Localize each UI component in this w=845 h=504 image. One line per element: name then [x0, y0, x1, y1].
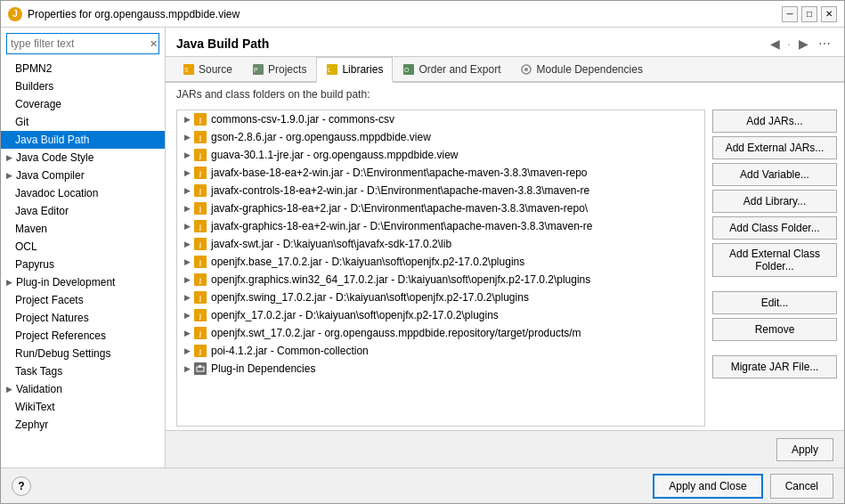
title-bar: J Properties for org.opengauss.mppdbide.… [1, 1, 844, 28]
tree-item[interactable]: ▶ j javafx-graphics-18-ea+2-win.jar - D:… [177, 217, 704, 235]
sidebar-item-zephyr[interactable]: Zephyr [1, 416, 165, 434]
tree-item-text: javafx-graphics-18-ea+2.jar - D:\Environ… [211, 202, 588, 215]
tree-item-text: commons-csv-1.9.0.jar - commons-csv [211, 113, 394, 126]
edit-button[interactable]: Edit... [712, 291, 837, 314]
tab-libraries[interactable]: L Libraries [316, 57, 393, 83]
sidebar-item-papyrus[interactable]: Papyrus [1, 256, 165, 273]
apply-bar: Apply [166, 430, 844, 467]
window-title: Properties for org.opengauss.mppdbide.vi… [28, 8, 240, 20]
tab-order-export[interactable]: O Order and Export [393, 57, 510, 81]
tab-bar: S Source P Projects L Libraries [166, 57, 844, 83]
search-input[interactable] [7, 36, 148, 52]
apply-close-button[interactable]: Apply and Close [653, 474, 762, 499]
back-button[interactable]: ◀ [766, 35, 784, 53]
collapse-arrow-icon: ▶ [181, 150, 193, 159]
add-external-jars-button[interactable]: Add External JARs... [712, 136, 837, 159]
tree-item[interactable]: ▶ j javafx-controls-18-ea+2-win.jar - D:… [177, 182, 704, 199]
sidebar-item-builders[interactable]: Builders [1, 77, 165, 95]
sidebar-item-project-references[interactable]: Project References [1, 327, 165, 345]
collapse-arrow-icon: ▶ [181, 204, 193, 213]
tree-item[interactable]: ▶ j commons-csv-1.9.0.jar - commons-csv [177, 110, 704, 128]
tree-item[interactable]: ▶ j guava-30.1.1-jre.jar - org.opengauss… [177, 146, 704, 164]
tree-item[interactable]: ▶ j openjfx.swing_17.0.2.jar - D:\kaiyua… [177, 289, 704, 306]
sidebar-item-task-tags[interactable]: Task Tags [1, 362, 165, 380]
tab-projects[interactable]: P Projects [242, 57, 316, 81]
tree-item[interactable]: ▶ j javafx-swt.jar - D:\kaiyuan\soft\jav… [177, 235, 704, 253]
tree-item[interactable]: ▶ j openjfx_17.0.2.jar - D:\kaiyuan\soft… [177, 306, 704, 324]
minimize-button[interactable]: ─ [782, 6, 798, 22]
collapse-arrow-icon: ▶ [181, 364, 193, 373]
sidebar-item-project-facets[interactable]: Project Facets [1, 291, 165, 309]
tree-item[interactable]: ▶ j javafx-graphics-18-ea+2.jar - D:\Env… [177, 199, 704, 217]
jar-icon: j [193, 130, 207, 144]
sidebar-item-javadoc-location[interactable]: Javadoc Location [1, 184, 165, 202]
nav-separator: · [787, 37, 791, 51]
sidebar-item-project-natures[interactable]: Project Natures [1, 309, 165, 327]
tree-panel[interactable]: ▶ j commons-csv-1.9.0.jar - commons-csv … [176, 110, 705, 427]
sidebar-item-validation[interactable]: ▶Validation [1, 380, 165, 398]
remove-button[interactable]: Remove [712, 318, 837, 341]
jar-icon: j [193, 290, 207, 305]
add-jars-button[interactable]: Add JARs... [712, 110, 837, 133]
add-external-class-folder-button[interactable]: Add External Class Folder... [712, 243, 837, 277]
forward-button[interactable]: ▶ [794, 35, 812, 53]
sidebar-item-maven[interactable]: Maven [1, 220, 165, 238]
content-area: ✕ BPMN2 Builders Coverage Git Java Build… [1, 28, 844, 467]
tree-item-text: gson-2.8.6.jar - org.opengauss.mppdbide.… [211, 131, 431, 143]
panel-header: Java Build Path ◀ · ▶ ⋯ [166, 28, 844, 57]
tab-module-deps[interactable]: Module Dependencies [510, 57, 652, 81]
expand-arrow-icon: ▶ [6, 171, 12, 180]
title-bar-left: J Properties for org.opengauss.mppdbide.… [8, 7, 240, 21]
sidebar-item-wikitext[interactable]: WikiText [1, 398, 165, 416]
tree-item[interactable]: ▶ j gson-2.8.6.jar - org.opengauss.mppdb… [177, 128, 704, 146]
tree-item[interactable]: ▶ j javafx-base-18-ea+2-win.jar - D:\Env… [177, 164, 704, 182]
cancel-button[interactable]: Cancel [770, 474, 833, 499]
sidebar-item-plugin-dev[interactable]: ▶Plug-in Development [1, 273, 165, 291]
tab-source[interactable]: S Source [173, 57, 242, 81]
sidebar-item-bpmn2[interactable]: BPMN2 [1, 60, 165, 77]
add-variable-button[interactable]: Add Variable... [712, 163, 837, 186]
tab-source-label: Source [199, 63, 232, 76]
maximize-button[interactable]: □ [801, 6, 817, 22]
tree-item-text: openjfx.base_17.0.2.jar - D:\kaiyuan\sof… [211, 256, 524, 268]
tree-item-text: Plug-in Dependencies [211, 362, 315, 375]
jar-icon: j [193, 255, 207, 269]
collapse-arrow-icon: ▶ [181, 275, 193, 284]
title-controls: ─ □ ✕ [782, 6, 837, 22]
jar-icon: j [193, 112, 207, 126]
collapse-arrow-icon: ▶ [181, 293, 193, 302]
collapse-arrow-icon: ▶ [181, 240, 193, 248]
tree-item-plugin-deps[interactable]: ▶ Plug-in Dependencies [177, 360, 704, 378]
sidebar-item-java-code-style[interactable]: ▶Java Code Style [1, 149, 165, 167]
projects-tab-icon: P [252, 63, 264, 76]
help-button[interactable]: ? [12, 476, 31, 496]
search-box[interactable]: ✕ [6, 33, 159, 54]
more-options-button[interactable]: ⋯ [816, 35, 833, 53]
collapse-arrow-icon: ▶ [181, 257, 193, 266]
add-library-button[interactable]: Add Library... [712, 190, 837, 213]
tree-item-text: openjfx_17.0.2.jar - D:\kaiyuan\soft\ope… [211, 309, 499, 321]
close-button[interactable]: ✕ [821, 6, 837, 22]
tab-libraries-label: Libraries [342, 63, 383, 76]
tree-item[interactable]: ▶ j openjfx.base_17.0.2.jar - D:\kaiyuan… [177, 253, 704, 271]
migrate-jar-button[interactable]: Migrate JAR File... [712, 355, 837, 378]
left-nav-panel: ✕ BPMN2 Builders Coverage Git Java Build… [1, 28, 166, 467]
sidebar-item-run-debug[interactable]: Run/Debug Settings [1, 345, 165, 362]
jar-icon: j [193, 237, 207, 251]
sidebar-item-coverage[interactable]: Coverage [1, 95, 165, 113]
tree-item-text: openjfx.swt_17.0.2.jar - org.opengauss.m… [211, 327, 581, 339]
tree-item[interactable]: ▶ j poi-4.1.2.jar - Common-collection [177, 342, 704, 360]
add-class-folder-button[interactable]: Add Class Folder... [712, 216, 837, 240]
sidebar-item-java-compiler[interactable]: ▶Java Compiler [1, 167, 165, 184]
tree-item[interactable]: ▶ j openjfx.swt_17.0.2.jar - org.opengau… [177, 324, 704, 342]
properties-dialog: J Properties for org.opengauss.mppdbide.… [0, 0, 845, 504]
tree-item[interactable]: ▶ j openjfx.graphics.win32_64_17.0.2.jar… [177, 271, 704, 289]
sidebar-item-ocl[interactable]: OCL [1, 238, 165, 256]
collapse-arrow-icon: ▶ [181, 168, 193, 177]
sidebar-item-java-editor[interactable]: Java Editor [1, 202, 165, 220]
footer-right: Apply and Close Cancel [653, 474, 833, 499]
apply-button[interactable]: Apply [776, 438, 833, 461]
sidebar-item-git[interactable]: Git [1, 113, 165, 131]
sidebar-item-java-build-path[interactable]: Java Build Path [1, 131, 165, 149]
clear-search-icon[interactable]: ✕ [148, 36, 158, 52]
